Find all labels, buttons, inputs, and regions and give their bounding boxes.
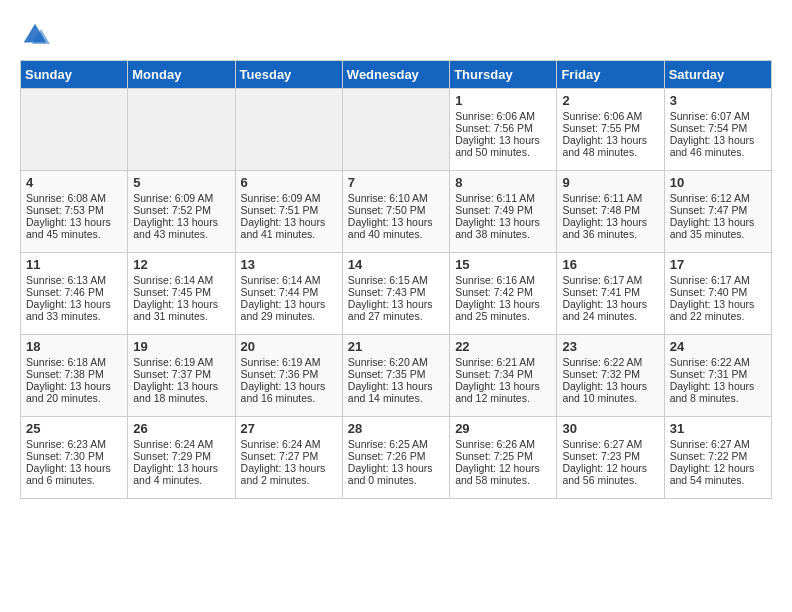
day-info: Sunrise: 6:06 AM [562, 110, 658, 122]
logo-icon [20, 20, 50, 50]
day-number: 21 [348, 339, 444, 354]
day-info: Sunrise: 6:21 AM [455, 356, 551, 368]
calendar-cell: 30Sunrise: 6:27 AMSunset: 7:23 PMDayligh… [557, 417, 664, 499]
day-info: Daylight: 13 hours [241, 380, 337, 392]
day-number: 23 [562, 339, 658, 354]
day-info: and 2 minutes. [241, 474, 337, 486]
calendar-table: SundayMondayTuesdayWednesdayThursdayFrid… [20, 60, 772, 499]
day-number: 6 [241, 175, 337, 190]
calendar-cell: 12Sunrise: 6:14 AMSunset: 7:45 PMDayligh… [128, 253, 235, 335]
calendar-cell: 2Sunrise: 6:06 AMSunset: 7:55 PMDaylight… [557, 89, 664, 171]
day-number: 11 [26, 257, 122, 272]
day-info: and 46 minutes. [670, 146, 766, 158]
day-info: Sunset: 7:27 PM [241, 450, 337, 462]
calendar-cell [235, 89, 342, 171]
day-info: Sunset: 7:34 PM [455, 368, 551, 380]
calendar-cell: 26Sunrise: 6:24 AMSunset: 7:29 PMDayligh… [128, 417, 235, 499]
day-number: 31 [670, 421, 766, 436]
day-number: 7 [348, 175, 444, 190]
day-info: Sunset: 7:32 PM [562, 368, 658, 380]
header-day-sunday: Sunday [21, 61, 128, 89]
day-number: 14 [348, 257, 444, 272]
day-info: Sunrise: 6:12 AM [670, 192, 766, 204]
day-number: 28 [348, 421, 444, 436]
calendar-cell: 7Sunrise: 6:10 AMSunset: 7:50 PMDaylight… [342, 171, 449, 253]
calendar-cell: 9Sunrise: 6:11 AMSunset: 7:48 PMDaylight… [557, 171, 664, 253]
day-info: Daylight: 13 hours [348, 380, 444, 392]
day-info: Daylight: 13 hours [133, 462, 229, 474]
day-number: 30 [562, 421, 658, 436]
day-number: 5 [133, 175, 229, 190]
day-info: and 43 minutes. [133, 228, 229, 240]
calendar-week-2: 11Sunrise: 6:13 AMSunset: 7:46 PMDayligh… [21, 253, 772, 335]
day-info: and 29 minutes. [241, 310, 337, 322]
calendar-cell: 13Sunrise: 6:14 AMSunset: 7:44 PMDayligh… [235, 253, 342, 335]
day-info: and 0 minutes. [348, 474, 444, 486]
day-info: and 18 minutes. [133, 392, 229, 404]
calendar-cell [128, 89, 235, 171]
day-info: and 54 minutes. [670, 474, 766, 486]
day-number: 18 [26, 339, 122, 354]
day-info: Sunrise: 6:11 AM [455, 192, 551, 204]
day-info: Sunset: 7:30 PM [26, 450, 122, 462]
day-info: Daylight: 13 hours [562, 298, 658, 310]
day-info: and 14 minutes. [348, 392, 444, 404]
calendar-cell [21, 89, 128, 171]
day-info: Sunrise: 6:23 AM [26, 438, 122, 450]
day-info: Daylight: 13 hours [670, 216, 766, 228]
day-info: Sunrise: 6:24 AM [133, 438, 229, 450]
day-info: Daylight: 13 hours [241, 216, 337, 228]
day-info: and 56 minutes. [562, 474, 658, 486]
day-info: Sunset: 7:41 PM [562, 286, 658, 298]
header-day-wednesday: Wednesday [342, 61, 449, 89]
day-info: Sunrise: 6:16 AM [455, 274, 551, 286]
calendar-cell: 20Sunrise: 6:19 AMSunset: 7:36 PMDayligh… [235, 335, 342, 417]
calendar-cell: 18Sunrise: 6:18 AMSunset: 7:38 PMDayligh… [21, 335, 128, 417]
day-info: Sunset: 7:23 PM [562, 450, 658, 462]
day-info: Sunset: 7:44 PM [241, 286, 337, 298]
day-info: Sunrise: 6:14 AM [241, 274, 337, 286]
header [20, 20, 772, 50]
day-info: Sunset: 7:54 PM [670, 122, 766, 134]
day-info: and 35 minutes. [670, 228, 766, 240]
calendar-cell: 19Sunrise: 6:19 AMSunset: 7:37 PMDayligh… [128, 335, 235, 417]
header-row: SundayMondayTuesdayWednesdayThursdayFrid… [21, 61, 772, 89]
day-info: Daylight: 13 hours [26, 216, 122, 228]
calendar-cell: 14Sunrise: 6:15 AMSunset: 7:43 PMDayligh… [342, 253, 449, 335]
header-day-tuesday: Tuesday [235, 61, 342, 89]
calendar-cell: 11Sunrise: 6:13 AMSunset: 7:46 PMDayligh… [21, 253, 128, 335]
day-number: 12 [133, 257, 229, 272]
day-info: Sunset: 7:49 PM [455, 204, 551, 216]
day-info: and 45 minutes. [26, 228, 122, 240]
calendar-cell: 21Sunrise: 6:20 AMSunset: 7:35 PMDayligh… [342, 335, 449, 417]
day-number: 4 [26, 175, 122, 190]
day-info: Sunrise: 6:24 AM [241, 438, 337, 450]
calendar-week-1: 4Sunrise: 6:08 AMSunset: 7:53 PMDaylight… [21, 171, 772, 253]
day-info: Sunrise: 6:22 AM [562, 356, 658, 368]
day-info: Daylight: 13 hours [133, 380, 229, 392]
day-info: Sunset: 7:35 PM [348, 368, 444, 380]
day-info: Sunrise: 6:27 AM [562, 438, 658, 450]
calendar-body: 1Sunrise: 6:06 AMSunset: 7:56 PMDaylight… [21, 89, 772, 499]
day-info: and 31 minutes. [133, 310, 229, 322]
day-number: 10 [670, 175, 766, 190]
day-info: Sunset: 7:51 PM [241, 204, 337, 216]
day-info: Daylight: 13 hours [26, 298, 122, 310]
calendar-cell: 22Sunrise: 6:21 AMSunset: 7:34 PMDayligh… [450, 335, 557, 417]
calendar-cell: 27Sunrise: 6:24 AMSunset: 7:27 PMDayligh… [235, 417, 342, 499]
day-info: and 24 minutes. [562, 310, 658, 322]
day-number: 2 [562, 93, 658, 108]
header-day-monday: Monday [128, 61, 235, 89]
day-info: Sunrise: 6:20 AM [348, 356, 444, 368]
calendar-header: SundayMondayTuesdayWednesdayThursdayFrid… [21, 61, 772, 89]
calendar-cell: 25Sunrise: 6:23 AMSunset: 7:30 PMDayligh… [21, 417, 128, 499]
day-info: Sunset: 7:29 PM [133, 450, 229, 462]
day-info: Daylight: 12 hours [562, 462, 658, 474]
calendar-cell: 15Sunrise: 6:16 AMSunset: 7:42 PMDayligh… [450, 253, 557, 335]
day-info: Sunrise: 6:15 AM [348, 274, 444, 286]
day-info: Sunset: 7:37 PM [133, 368, 229, 380]
day-info: Daylight: 13 hours [241, 298, 337, 310]
day-info: and 36 minutes. [562, 228, 658, 240]
day-info: Sunset: 7:22 PM [670, 450, 766, 462]
day-number: 13 [241, 257, 337, 272]
